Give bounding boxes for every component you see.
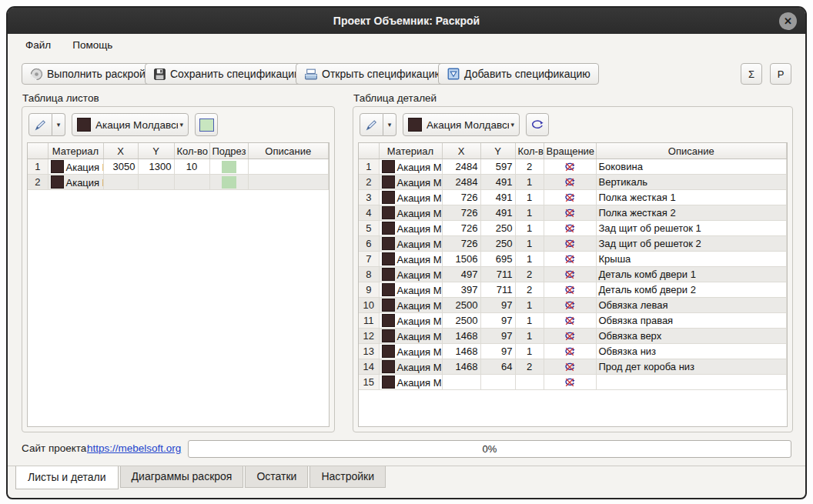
- add-spec-button[interactable]: Добавить спецификацию: [438, 63, 599, 85]
- execute-cut-button[interactable]: Выполнить раскрой: [22, 63, 154, 85]
- rotation-cell[interactable]: [544, 267, 596, 282]
- save-spec-button[interactable]: Сохранить спецификацию: [145, 63, 311, 85]
- qty-cell[interactable]: 1: [515, 175, 544, 190]
- qty-cell[interactable]: 2: [515, 359, 544, 375]
- rotation-cell[interactable]: [544, 221, 596, 236]
- material-cell[interactable]: Акация Мол: [379, 282, 442, 298]
- material-cell[interactable]: Акация Мол: [48, 175, 103, 190]
- x-cell[interactable]: 497: [442, 267, 480, 282]
- y-cell[interactable]: 491: [480, 205, 515, 221]
- table-row[interactable]: 2Акация Мол24844911Вертикаль: [359, 175, 787, 190]
- qty-cell[interactable]: 2: [515, 159, 544, 175]
- trim-cell[interactable]: [209, 159, 248, 175]
- description-cell[interactable]: Зад щит об решеток 2: [596, 236, 787, 252]
- qty-cell[interactable]: 1: [515, 298, 544, 313]
- tab-settings[interactable]: Настройки: [309, 466, 386, 488]
- table-row[interactable]: 14Акация Мол1468642Прод дет короба низ: [359, 359, 787, 375]
- y-cell[interactable]: 711: [480, 282, 515, 298]
- x-cell[interactable]: 726: [442, 221, 480, 236]
- site-link[interactable]: https://mebelsoft.org: [87, 442, 181, 454]
- rotation-cell[interactable]: [544, 236, 596, 252]
- table-row[interactable]: 1Акация Мол3050130010: [28, 159, 329, 175]
- table-row[interactable]: 15Акация Мол: [359, 375, 787, 390]
- material-cell[interactable]: Акация Мол: [379, 359, 442, 375]
- rotation-cell[interactable]: [544, 344, 596, 359]
- tab-cut-diagrams[interactable]: Диаграммы раскроя: [120, 466, 244, 488]
- description-cell[interactable]: Полка жесткая 2: [596, 205, 787, 221]
- tab-remnants[interactable]: Остатки: [245, 466, 308, 488]
- description-cell[interactable]: Крыша: [596, 252, 787, 267]
- menu-file[interactable]: Файл: [24, 37, 52, 53]
- description-cell[interactable]: Деталь комб двери 2: [596, 282, 787, 298]
- trim-cell[interactable]: [209, 175, 248, 190]
- description-cell[interactable]: Обвязка правая: [596, 313, 787, 329]
- rotation-cell[interactable]: [544, 375, 596, 390]
- x-cell[interactable]: 726: [442, 190, 480, 205]
- y-cell[interactable]: 97: [480, 329, 515, 344]
- rotation-cell[interactable]: [544, 175, 596, 190]
- table-row[interactable]: 2Акация Мол: [28, 175, 329, 190]
- table-row[interactable]: 11Акация Мол2500971Обвязка правая: [359, 313, 787, 329]
- menu-help[interactable]: Помощь: [71, 37, 114, 53]
- material-cell[interactable]: Акация Мол: [379, 205, 442, 221]
- table-row[interactable]: 4Акация Мол7264911Полка жесткая 2: [359, 205, 787, 221]
- table-row[interactable]: 12Акация Мол1468971Обвязка верх: [359, 329, 787, 344]
- description-cell[interactable]: Вертикаль: [596, 175, 787, 190]
- edit-button[interactable]: [360, 113, 383, 136]
- sigma-button[interactable]: Σ: [741, 63, 762, 85]
- table-row[interactable]: 8Акация Мол4977112Деталь комб двери 1: [359, 267, 787, 282]
- material-cell[interactable]: Акация Мол: [379, 329, 442, 344]
- x-cell[interactable]: 397: [442, 282, 480, 298]
- trim-checkbox[interactable]: [222, 161, 236, 173]
- description-cell[interactable]: Полка жесткая 1: [596, 190, 787, 205]
- y-cell[interactable]: [138, 175, 174, 190]
- qty-cell[interactable]: [174, 175, 209, 190]
- material-cell[interactable]: Акация Мол: [379, 344, 442, 359]
- material-cell[interactable]: Акация Мол: [379, 267, 442, 282]
- y-cell[interactable]: 64: [480, 359, 515, 375]
- x-cell[interactable]: 2484: [442, 159, 480, 175]
- open-spec-button[interactable]: Открыть спецификацию: [296, 63, 451, 85]
- table-row[interactable]: 1Акация Мол24845972Боковина: [359, 159, 787, 175]
- qty-cell[interactable]: 1: [515, 236, 544, 252]
- material-cell[interactable]: Акация Мол: [48, 159, 103, 175]
- x-cell[interactable]: 1468: [442, 329, 480, 344]
- y-cell[interactable]: 1300: [138, 159, 174, 175]
- details-material-combobox[interactable]: Акация Молдавск ▾: [403, 113, 520, 136]
- qty-cell[interactable]: 1: [515, 329, 544, 344]
- description-cell[interactable]: Прод дет короба низ: [596, 359, 787, 375]
- qty-cell[interactable]: 1: [515, 344, 544, 359]
- table-row[interactable]: 13Акация Мол1468971Обвязка низ: [359, 344, 787, 359]
- rotation-cell[interactable]: [544, 329, 596, 344]
- y-cell[interactable]: 97: [480, 298, 515, 313]
- material-cell[interactable]: Акация Мол: [379, 375, 442, 390]
- material-cell[interactable]: Акация Мол: [379, 190, 442, 205]
- rotation-cell[interactable]: [544, 252, 596, 267]
- trim-checkbox[interactable]: [222, 176, 236, 189]
- qty-cell[interactable]: 10: [174, 159, 209, 175]
- x-cell[interactable]: 1468: [442, 344, 480, 359]
- rotation-toggle-button[interactable]: [526, 113, 549, 136]
- table-row[interactable]: 3Акация Мол7264911Полка жесткая 1: [359, 190, 787, 205]
- qty-cell[interactable]: 1: [515, 221, 544, 236]
- sheets-material-combobox[interactable]: Акация Молдавск ▾: [72, 113, 189, 136]
- rotation-cell[interactable]: [544, 282, 596, 298]
- y-cell[interactable]: 597: [480, 159, 515, 175]
- y-cell[interactable]: 695: [480, 252, 515, 267]
- y-cell[interactable]: 711: [480, 267, 515, 282]
- material-cell[interactable]: Акация Мол: [379, 175, 442, 190]
- table-row[interactable]: 6Акация Мол7262501Зад щит об решеток 2: [359, 236, 787, 252]
- qty-cell[interactable]: [515, 375, 544, 390]
- y-cell[interactable]: 97: [480, 344, 515, 359]
- rotation-cell[interactable]: [544, 359, 596, 375]
- description-cell[interactable]: Обвязка низ: [596, 344, 787, 359]
- description-cell[interactable]: Боковина: [596, 159, 787, 175]
- y-cell[interactable]: [480, 375, 515, 390]
- close-button[interactable]: ✕: [779, 12, 797, 30]
- x-cell[interactable]: 3050: [103, 159, 138, 175]
- x-cell[interactable]: 1468: [442, 359, 480, 375]
- x-cell[interactable]: 2500: [442, 313, 480, 329]
- description-cell[interactable]: [248, 159, 329, 175]
- x-cell[interactable]: [103, 175, 138, 190]
- qty-cell[interactable]: 2: [515, 282, 544, 298]
